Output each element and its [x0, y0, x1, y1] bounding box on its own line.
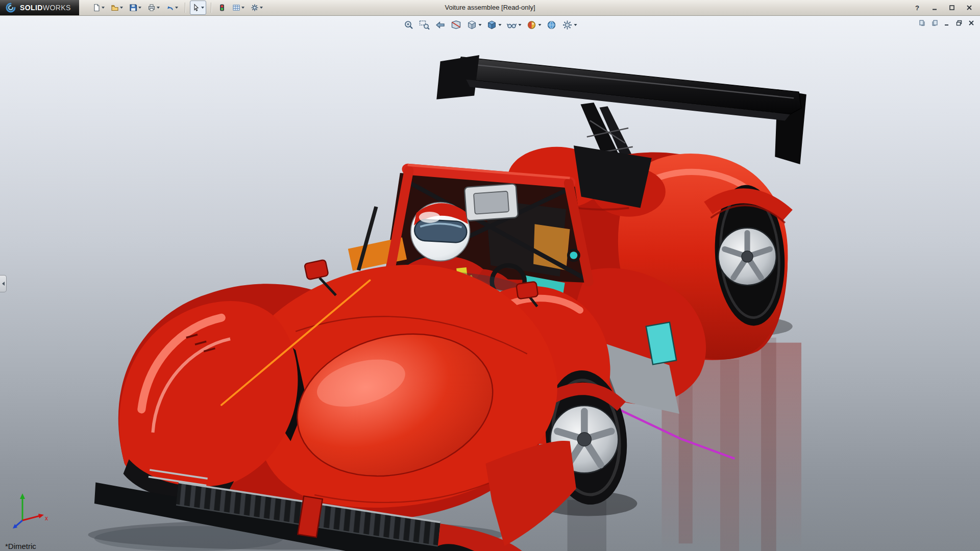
edit-appearance-button[interactable]: [525, 18, 543, 32]
reference-triad: x: [8, 489, 51, 534]
chevron-down-icon: [138, 7, 141, 9]
display-style-button[interactable]: [485, 18, 503, 32]
chevron-down-icon: [157, 7, 160, 9]
chevron-left-icon: [2, 282, 5, 286]
previous-document-icon: [919, 19, 926, 27]
cockpit-intake[interactable]: [464, 184, 518, 221]
rebuild-button[interactable]: [216, 1, 228, 15]
edit-appearance-icon: [526, 19, 537, 31]
new-document-button[interactable]: [90, 1, 107, 15]
zoom-to-area-icon: [419, 19, 430, 31]
dassault-systemes-logo-icon: [5, 3, 16, 13]
restore-document-icon: [955, 19, 963, 27]
apply-scene-icon: [546, 19, 557, 31]
close-document-icon: [968, 19, 975, 27]
table-button[interactable]: [230, 1, 247, 15]
3d-model-scene[interactable]: [0, 16, 980, 551]
undo-button[interactable]: [164, 1, 180, 15]
save-button[interactable]: [127, 1, 143, 15]
chevron-down-icon: [175, 7, 178, 9]
file-toolbar: [90, 1, 265, 15]
section-view-button[interactable]: [449, 18, 463, 32]
heads-up-view-toolbar: [402, 18, 579, 32]
zoom-to-area-button[interactable]: [418, 18, 432, 32]
minimize-icon: [932, 5, 938, 11]
select-button[interactable]: [190, 1, 206, 15]
next-document-icon: [931, 19, 938, 27]
chevron-down-icon: [201, 7, 204, 9]
print-icon: [148, 4, 156, 12]
previous-view-button[interactable]: [433, 18, 448, 32]
solidworks-window: SOLIDWORKS: [0, 0, 980, 551]
window-controls: ?: [913, 3, 980, 12]
driver-helmet[interactable]: [411, 203, 470, 261]
view-orientation-label: *Dimetric: [5, 542, 36, 550]
zoom-to-fit-icon: [403, 19, 414, 31]
select-cursor-icon: [192, 4, 200, 12]
z-axis: [15, 520, 22, 527]
chevron-down-icon: [574, 24, 577, 26]
open-icon: [111, 4, 119, 12]
minimize-document-button[interactable]: [942, 18, 951, 28]
section-view-icon: [451, 19, 462, 31]
next-document-button[interactable]: [930, 18, 939, 28]
left-mirror[interactable]: [304, 260, 329, 280]
view-orientation-icon: [467, 19, 478, 31]
x-axis-label: x: [45, 515, 48, 522]
open-button[interactable]: [109, 1, 125, 15]
options-button[interactable]: [249, 1, 265, 15]
x-axis: [22, 516, 40, 520]
view-settings-icon: [562, 19, 573, 31]
close-button[interactable]: [965, 3, 974, 12]
previous-document-button[interactable]: [918, 18, 927, 28]
help-button[interactable]: ?: [913, 3, 922, 12]
chevron-down-icon: [519, 24, 522, 26]
previous-view-icon: [435, 19, 446, 31]
chevron-down-icon: [499, 24, 502, 26]
chevron-down-icon: [479, 24, 482, 26]
solidworks-logo: SOLIDWORKS: [0, 0, 79, 15]
apply-scene-button[interactable]: [545, 18, 559, 32]
document-window-controls: [918, 18, 976, 28]
minimize-button[interactable]: [930, 3, 939, 12]
brand-text-light: WORKS: [43, 4, 71, 12]
view-orientation-button[interactable]: [465, 18, 483, 32]
options-icon: [251, 4, 259, 12]
table-icon: [232, 4, 240, 12]
maximize-icon: [949, 5, 955, 11]
titlebar: SOLIDWORKS: [0, 0, 980, 16]
zoom-to-fit-button[interactable]: [402, 18, 416, 32]
window-title: Voiture assemblee [Read-only]: [445, 0, 535, 15]
hide-show-items-button[interactable]: [505, 18, 523, 32]
close-icon: [966, 5, 972, 11]
toolbar-separator: [185, 3, 185, 13]
rebuild-icon: [218, 4, 226, 12]
view-settings-button[interactable]: [560, 18, 579, 32]
print-button[interactable]: [145, 1, 162, 15]
close-document-button[interactable]: [967, 18, 976, 28]
feature-manager-flyout-tab[interactable]: [0, 275, 7, 292]
undo-icon: [166, 4, 174, 12]
toolbar-separator: [211, 3, 211, 13]
new-document-icon: [92, 4, 101, 12]
brand-text-bold: SOLID: [20, 4, 43, 12]
chevron-down-icon: [120, 7, 123, 9]
maximize-button[interactable]: [947, 3, 957, 12]
chevron-down-icon: [260, 7, 263, 9]
chevron-down-icon: [538, 24, 542, 26]
chevron-down-icon: [102, 7, 105, 9]
display-style-icon: [486, 19, 498, 31]
restore-document-button[interactable]: [954, 18, 964, 28]
chevron-down-icon: [241, 7, 244, 9]
graphics-area[interactable]: x *Dimetric: [0, 16, 980, 551]
minimize-document-icon: [943, 19, 950, 27]
right-mirror[interactable]: [516, 282, 538, 299]
save-icon: [129, 4, 137, 12]
hide-show-items-icon: [506, 19, 518, 31]
